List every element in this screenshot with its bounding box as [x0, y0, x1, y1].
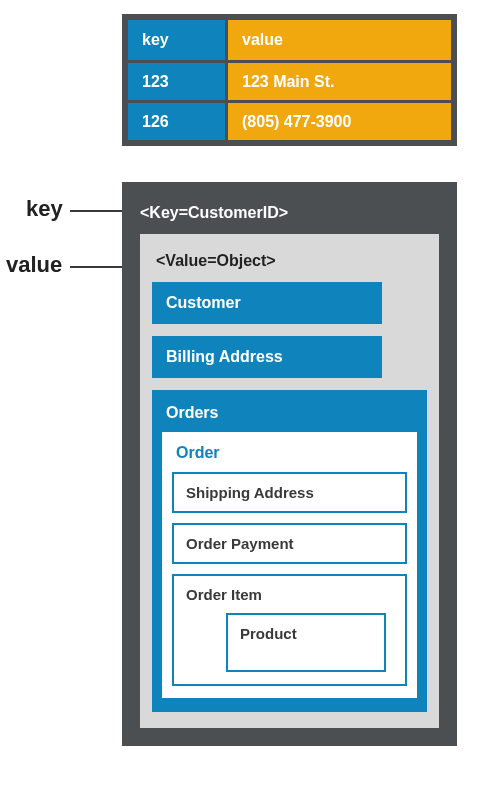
orders-box: Orders Order Shipping Address Order Paym…	[152, 390, 427, 712]
order-payment-box: Order Payment	[172, 523, 407, 564]
kv-row-value: (805) 477-3900	[228, 100, 451, 140]
side-label-value: value	[6, 252, 62, 278]
kv-row-key: 123	[128, 60, 228, 100]
kv-table: key value 123 123 Main St. 126 (805) 477…	[122, 14, 457, 146]
product-box: Product	[226, 613, 386, 672]
customer-bar: Customer	[152, 282, 382, 324]
connector-line-value	[70, 266, 122, 268]
kv-row: 123 123 Main St.	[128, 60, 451, 100]
order-item-box: Order Item Product	[172, 574, 407, 686]
diagram-canvas: key value 123 123 Main St. 126 (805) 477…	[0, 0, 500, 800]
connector-line-key	[70, 210, 122, 212]
order-box: Order Shipping Address Order Payment Ord…	[162, 432, 417, 698]
order-item-title: Order Item	[186, 586, 393, 613]
object-key-label: <Key=CustomerID>	[130, 190, 449, 234]
orders-title: Orders	[162, 400, 417, 432]
kv-header-value: value	[228, 20, 451, 60]
object-container: <Key=CustomerID> <Value=Object> Customer…	[122, 182, 457, 746]
shipping-address-box: Shipping Address	[172, 472, 407, 513]
billing-bar: Billing Address	[152, 336, 382, 378]
kv-row: 126 (805) 477-3900	[128, 100, 451, 140]
kv-header-row: key value	[128, 20, 451, 60]
object-value-container: <Value=Object> Customer Billing Address …	[140, 234, 439, 728]
kv-row-value: 123 Main St.	[228, 60, 451, 100]
kv-row-key: 126	[128, 100, 228, 140]
kv-header-key: key	[128, 20, 228, 60]
order-title: Order	[172, 442, 407, 472]
object-value-label: <Value=Object>	[152, 246, 427, 282]
side-label-key: key	[26, 196, 63, 222]
